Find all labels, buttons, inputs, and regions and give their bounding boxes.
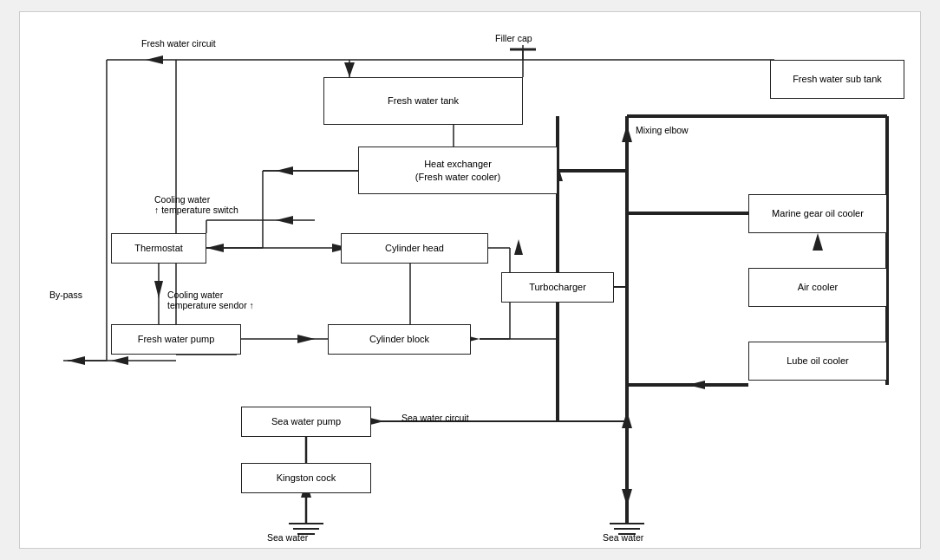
svg-marker-13: [206, 244, 224, 252]
sea-water-left-label: Sea water: [267, 532, 308, 543]
cooling-water-temp-switch-label: Cooling water↑ temperature switch: [154, 194, 238, 215]
kingston-cock: Kingston cock: [241, 463, 371, 493]
fresh-water-pump: Fresh water pump: [111, 324, 241, 355]
svg-marker-8: [111, 356, 128, 365]
bypass-label: By-pass: [49, 290, 82, 300]
thermostat: Thermostat: [111, 233, 206, 264]
lube-oil-cooler: Lube oil cooler: [748, 342, 887, 381]
turbocharger: Turbocharger: [501, 272, 614, 303]
svg-marker-20: [276, 216, 293, 225]
svg-marker-45: [813, 233, 823, 251]
fresh-water-circuit-label: Fresh water circuit: [141, 38, 216, 49]
svg-marker-23: [154, 281, 163, 298]
sea-water-pump: Sea water pump: [241, 407, 371, 437]
cylinder-head: Cylinder head: [341, 233, 488, 264]
air-cooler: Air cooler: [748, 268, 887, 307]
filler-cap-label: Filler cap: [495, 33, 532, 43]
cooling-water-temp-sender-label: Cooling watertemperature sendor ↑: [167, 290, 254, 310]
svg-marker-58: [146, 55, 163, 64]
sea-water-right-label: Sea water: [603, 532, 643, 543]
mixing-elbow-label: Mixing elbow: [636, 125, 689, 135]
svg-marker-38: [622, 411, 632, 428]
svg-marker-61: [68, 356, 85, 365]
fresh-water-tank: Fresh water tank: [323, 77, 523, 125]
cylinder-block: Cylinder block: [328, 324, 471, 355]
svg-marker-67: [344, 62, 355, 77]
svg-marker-29: [297, 335, 315, 343]
svg-marker-69: [622, 125, 632, 142]
fresh-water-sub-tank: Fresh water sub tank: [770, 60, 904, 99]
svg-marker-26: [514, 239, 523, 255]
svg-marker-39: [622, 489, 632, 506]
svg-marker-42: [688, 381, 705, 389]
svg-marker-68: [276, 166, 293, 175]
diagram-container: Fresh water tank Heat exchanger(Fresh wa…: [19, 11, 921, 549]
marine-gear-oil-cooler: Marine gear oil cooler: [748, 194, 887, 233]
sea-water-circuit-label: Sea water circuit: [401, 413, 469, 423]
heat-exchanger: Heat exchanger(Fresh water cooler): [358, 147, 558, 194]
